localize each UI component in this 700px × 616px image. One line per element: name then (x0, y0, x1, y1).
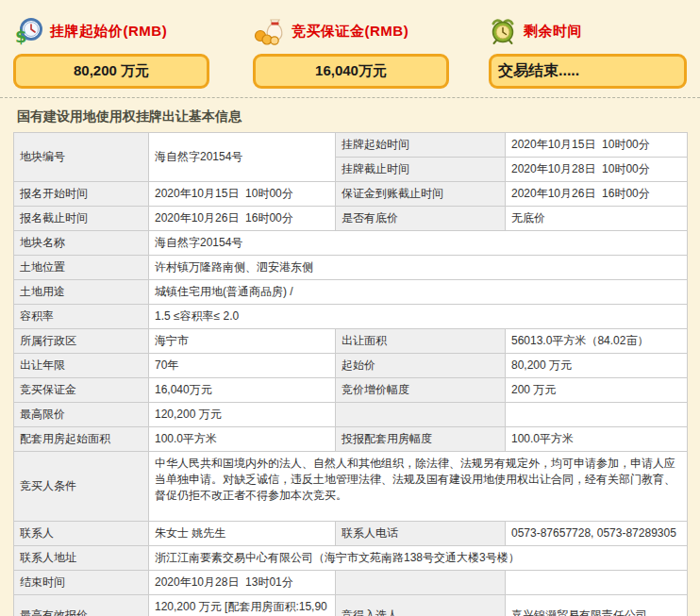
field-value: 城镇住宅用地(普通商品房) / (149, 280, 688, 305)
coins-moneybag-icon (253, 15, 285, 47)
field-value: 2020年10月15日 10时00分 (149, 182, 336, 207)
field-label: 所属行政区 (14, 329, 149, 354)
field-label: 竞得入选人 (336, 595, 506, 616)
clock-money-icon: $ (13, 16, 43, 46)
field-label: 报名截止时间 (14, 207, 149, 231)
field-label: 竞价增价幅度 (336, 378, 506, 403)
table-row: 结束时间2020年10月28日 13时01分 (14, 571, 688, 595)
field-label: 报名开始时间 (14, 182, 149, 207)
field-value: 海自然字20154号 (149, 231, 688, 256)
table-row: 配套用房起始面积100.0平方米投报配套用房幅度100.0平方米 (14, 427, 688, 452)
table-row: 地块编号海自然字20154号挂牌起始时间2020年10月15日 10时00分 (14, 133, 688, 158)
table-row: 最高限价120,200 万元 (14, 403, 688, 427)
field-value: 120,200 万元 [配套用房面积:15,900平方米] (149, 595, 336, 616)
field-value: 嘉兴锦灏贸易有限责任公司 (506, 595, 688, 616)
table-row: 联系人朱女士 姚先生联系人电话0573-87657728, 0573-87289… (14, 522, 688, 546)
field-value: 1.5 ≤容积率≤ 2.0 (149, 305, 688, 329)
summary-remaining-time: 剩余时间 交易结束..... (489, 15, 687, 97)
field-label: 联系人 (14, 522, 149, 546)
field-value: 许村镇万隆路南侧、泗安港东侧 (149, 256, 688, 280)
field-label: 地块编号 (14, 133, 149, 182)
field-value: 2020年10月28日 10时00分 (506, 158, 688, 182)
field-label: 挂牌起始时间 (336, 133, 506, 158)
field-value: 朱女士 姚先生 (149, 522, 336, 546)
field-value: 200 万元 (506, 378, 688, 403)
field-label: 最高限价 (14, 403, 149, 427)
field-label: 联系人电话 (336, 522, 506, 546)
summary-deposit: 竞买保证金(RMB) 16,040万元 (253, 15, 449, 97)
field-label: 挂牌截止时间 (336, 158, 506, 182)
field-value: 16,040万元 (149, 378, 336, 403)
field-label: 地块名称 (14, 231, 149, 256)
field-value: 中华人民共和国境内外的法人、自然人和其他组织，除法律、法规另有规定外，均可申请参… (149, 452, 688, 522)
deposit-label: 竞买保证金(RMB) (292, 23, 408, 41)
field-value: 70年 (149, 354, 336, 378)
field-label: 是否有底价 (336, 207, 506, 231)
field-label (336, 403, 506, 427)
table-row: 所属行政区海宁市出让面积56013.0平方米（84.02亩） (14, 329, 688, 354)
field-value: 80,200 万元 (506, 354, 688, 378)
info-table: 地块编号海自然字20154号挂牌起始时间2020年10月15日 10时00分挂牌… (13, 132, 688, 616)
field-value: 2020年10月28日 13时01分 (149, 571, 336, 595)
field-label: 配套用房起始面积 (14, 427, 149, 452)
summary-start-price: $ 挂牌起始价(RMB) 80,200 万元 (13, 15, 209, 97)
field-label: 土地用途 (14, 280, 149, 305)
table-row: 竞买保证金16,040万元竞价增价幅度200 万元 (14, 378, 688, 403)
field-value (506, 571, 688, 595)
table-row: 土地位置许村镇万隆路南侧、泗安港东侧 (14, 256, 688, 280)
summary-strip: $ 挂牌起始价(RMB) 80,200 万元 竞买保证金(RMB) 16,040… (0, 0, 700, 98)
table-row: 土地用途城镇住宅用地(普通商品房) / (14, 280, 688, 305)
field-label: 出让年限 (14, 354, 149, 378)
section-title: 国有建设用地使用权挂牌出让基本信息 (17, 108, 700, 125)
field-value: 56013.0平方米（84.02亩） (506, 329, 688, 354)
field-label: 竞买保证金 (14, 378, 149, 403)
field-label: 投报配套用房幅度 (336, 427, 506, 452)
remaining-time-value: 交易结束..... (489, 54, 687, 89)
svg-text:$: $ (15, 26, 27, 46)
field-label: 竞买人条件 (14, 452, 149, 522)
field-value: 100.0平方米 (506, 427, 688, 452)
table-row: 出让年限70年起始价80,200 万元 (14, 354, 688, 378)
info-table-body: 地块编号海自然字20154号挂牌起始时间2020年10月15日 10时00分挂牌… (14, 133, 688, 616)
field-value: 100.0平方米 (149, 427, 336, 452)
field-label (336, 571, 506, 595)
table-row: 竞买人条件中华人民共和国境内外的法人、自然人和其他组织，除法律、法规另有规定外，… (14, 452, 688, 522)
field-label: 出让面积 (336, 329, 506, 354)
table-row: 报名开始时间2020年10月15日 10时00分保证金到账截止时间2020年10… (14, 182, 688, 207)
start-price-label: 挂牌起始价(RMB) (50, 23, 167, 41)
field-value: 海自然字20154号 (149, 133, 336, 182)
table-row: 容积率1.5 ≤容积率≤ 2.0 (14, 305, 688, 329)
field-value: 海宁市 (149, 329, 336, 354)
table-row: 地块名称海自然字20154号 (14, 231, 688, 256)
field-label: 联系人地址 (14, 546, 149, 571)
field-value: 2020年10月15日 10时00分 (506, 133, 688, 158)
field-value: 2020年10月26日 16时00分 (149, 207, 336, 231)
field-label: 最高有效报价 (14, 595, 149, 616)
field-label: 结束时间 (14, 571, 149, 595)
field-value: 浙江江南要素交易中心有限公司（海宁市文苑南路138号交通大楼3号楼） (149, 546, 688, 571)
table-row: 报名截止时间2020年10月26日 16时00分是否有底价无底价 (14, 207, 688, 231)
field-value: 无底价 (506, 207, 688, 231)
start-price-value: 80,200 万元 (13, 54, 209, 89)
field-label: 保证金到账截止时间 (336, 182, 506, 207)
table-row: 联系人地址浙江江南要素交易中心有限公司（海宁市文苑南路138号交通大楼3号楼） (14, 546, 688, 571)
field-value (506, 403, 688, 427)
field-label: 容积率 (14, 305, 149, 329)
field-value: 0573-87657728, 0573-87289305 (506, 522, 688, 546)
field-value: 120,200 万元 (149, 403, 336, 427)
remaining-time-label: 剩余时间 (524, 23, 582, 41)
field-label: 土地位置 (14, 256, 149, 280)
deposit-value: 16,040万元 (253, 54, 449, 89)
field-label: 起始价 (336, 354, 506, 378)
alarm-clock-icon (489, 17, 517, 45)
table-row: 最高有效报价120,200 万元 [配套用房面积:15,900平方米]竞得入选人… (14, 595, 688, 616)
field-value: 2020年10月26日 16时00分 (506, 182, 688, 207)
